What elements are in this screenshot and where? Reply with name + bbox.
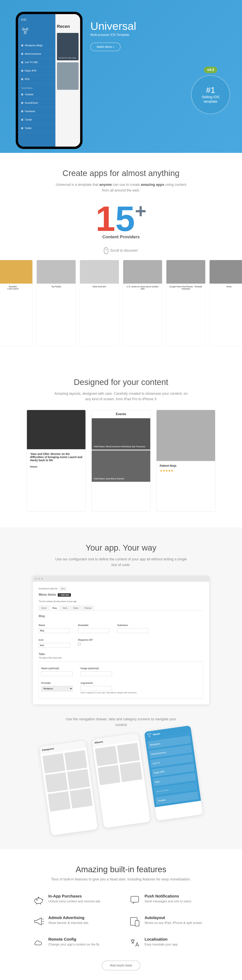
section-title: Create apps for almost anything (12, 169, 230, 178)
version-pill: v4.3 (204, 67, 217, 73)
config-tab[interactable]: Store (60, 606, 70, 610)
provider-select[interactable]: Wordpress (41, 686, 73, 691)
chat-icon (129, 894, 141, 906)
rank-circle: #1 Selling IOStemplate (191, 75, 230, 114)
showcase-row: BeautifulLorem ipsum Top Playlist News f… (0, 260, 242, 346)
twitter-icon (21, 127, 23, 129)
config-tab[interactable]: Home (39, 606, 49, 610)
icon-input[interactable] (39, 643, 70, 648)
youtube-icon (21, 94, 23, 95)
rank-number: #1 (206, 86, 215, 95)
soundcloud-icon (21, 102, 23, 104)
showcase-item: Top Playlist (37, 260, 76, 346)
screen-card: 'Stan and Ollie' director on the difficu… (27, 410, 86, 512)
devices-icon (129, 915, 141, 927)
create-apps-section: Create apps for almost anything Universa… (0, 153, 242, 362)
mouse-icon (104, 247, 108, 254)
status-time: 6:01 (18, 18, 55, 25)
drawable-input[interactable] (78, 628, 109, 633)
your-app-section: Your app. Your way Use our configurator … (0, 527, 242, 849)
menu-item: Twitter (18, 124, 55, 132)
svg-rect-10 (135, 921, 139, 926)
app-logo-icon (18, 25, 55, 41)
phone-mockup: 6:01 Wordpress Blogs WooCommerce Live TV… (16, 12, 82, 149)
hero-section: 6:01 Wordpress Blogs WooCommerce Live TV… (0, 0, 242, 153)
window-controls (33, 576, 209, 582)
config-heading: Menu items + Add item (39, 593, 203, 597)
mini-phone-drawer: Recen Wordpress WooCommerce Live TV Radi… (144, 725, 203, 821)
cart-icon (21, 53, 23, 55)
megaphone-icon (33, 915, 44, 927)
section-title: Designed for your content (12, 377, 230, 387)
screen-card: Patient Ninja★★★★★ (156, 410, 215, 512)
showcase-item: News feed item (80, 260, 119, 346)
translate-icon (129, 937, 141, 949)
add-item-button[interactable]: + Add item (58, 593, 71, 597)
hero-badge: v4.3 #1 Selling IOStemplate (191, 67, 230, 114)
section-desc: Universal is a template that anyone can … (52, 182, 190, 193)
menu-item: Facebook (18, 107, 55, 116)
svg-point-3 (147, 733, 149, 735)
nav-desc: Use the navigation drawer, tabs and cate… (62, 716, 180, 728)
section-title: Your app. Your way (12, 543, 230, 552)
scroll-hint: Scroll to discover! (12, 247, 230, 254)
menu-item: WooCommerce (18, 50, 55, 58)
provider-count: 15+ (12, 201, 230, 236)
screen-card: Events Field Notes: WooCommerce Workshop… (91, 410, 151, 512)
iap-checkbox[interactable] (78, 643, 80, 646)
feature-iap: In-App PurchasesUnlock extra content and… (33, 894, 113, 906)
feature-autolayout: AutolayoutWorks on any iPad, iPhone & sp… (129, 915, 209, 927)
mini-phone: Categories (39, 740, 98, 836)
rss-icon (21, 78, 23, 80)
svg-rect-8 (131, 896, 139, 902)
cloud-icon (33, 937, 44, 949)
save-button[interactable]: Save (59, 587, 67, 590)
config-window: Download Config File Save Menu items + A… (33, 576, 209, 705)
tab-name-input[interactable] (41, 671, 73, 676)
hero-title: Universal (90, 20, 226, 32)
submenu-input[interactable] (117, 628, 149, 633)
showcase-item: Google Home Hub Review - Honestly Surpri… (166, 260, 205, 346)
menu-item: RSS (18, 75, 55, 83)
provider-label: Content Providers (12, 234, 230, 240)
name-input[interactable] (39, 628, 70, 633)
menu-item: SoundCloud (18, 99, 55, 107)
tab-image-input[interactable] (80, 671, 112, 676)
feature-localisation: LocalisationEasy translate your app (129, 937, 209, 949)
showcase-item: BeautifulLorem ipsum (0, 260, 33, 346)
features-sub: Tons of built-in features to give you a … (20, 877, 222, 882)
menu-item: Youtube (18, 91, 55, 99)
mini-phone: Albums (91, 733, 151, 829)
radio-icon (21, 70, 23, 72)
svg-point-5 (149, 736, 150, 737)
args-input[interactable] (80, 686, 112, 691)
svg-point-6 (35, 898, 42, 904)
config-tabs: Home Blog Store Radio Podcast (39, 606, 203, 611)
config-tab[interactable]: Radio (71, 606, 81, 610)
watch-demo-button[interactable]: Watch demo » (90, 43, 120, 51)
more-button[interactable]: And much more (102, 961, 141, 970)
menu-item: Live TV ABC (18, 58, 55, 67)
phone-content: Recen Find the Per Photo Librar (55, 14, 80, 146)
section-desc: Use our configurator tool to define the … (52, 557, 190, 568)
feature-push: Push NotificationsSend messages and urls… (129, 894, 209, 906)
designed-section: Designed for your content Amazing layout… (0, 362, 242, 528)
svg-point-0 (22, 28, 24, 30)
showcase-item: Home (209, 260, 242, 346)
hero-text: Universal Multi-purpose IOS Template Wat… (90, 12, 226, 51)
tv-icon (21, 61, 23, 63)
config-tab[interactable]: Podcast (82, 606, 94, 610)
hero-subtitle: Multi-purpose IOS Template (90, 33, 226, 37)
section-desc: Amazing layouts, designed with care. Car… (52, 391, 190, 402)
config-tab[interactable]: Blog (50, 606, 59, 610)
facebook-icon (21, 110, 23, 112)
menu-item: Radio 3FM (18, 67, 55, 75)
piggy-bank-icon (33, 894, 44, 906)
three-screens: 'Stan and Ollie' director on the difficu… (12, 410, 230, 512)
feed-icon (21, 45, 23, 46)
svg-point-4 (150, 733, 151, 735)
showcase-item: U.S. carriers to share phone location da… (123, 260, 162, 346)
svg-point-1 (26, 28, 28, 30)
content-title: Recen (57, 24, 79, 29)
menu-item: Tumblr (18, 116, 55, 124)
